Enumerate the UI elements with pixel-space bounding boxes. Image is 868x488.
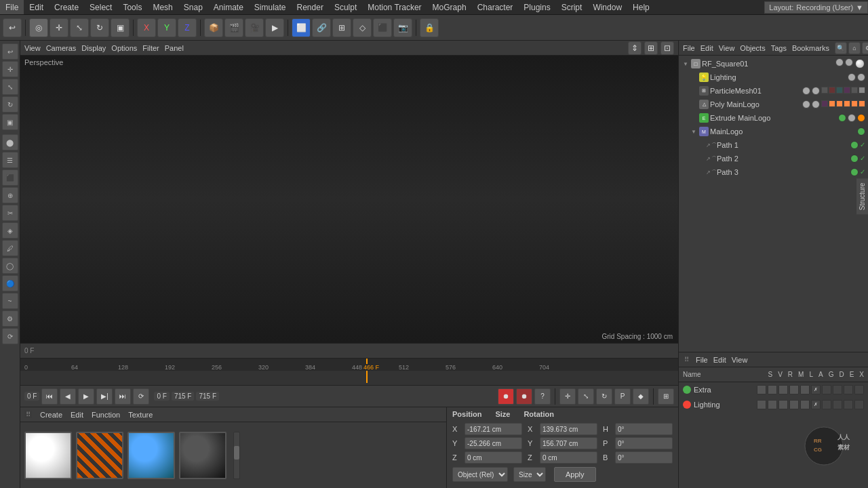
live-select-button[interactable]: ◎ [29, 18, 48, 37]
obj-row-lighting[interactable]: 💡 Lighting [679, 70, 868, 84]
menu-create[interactable]: Create [49, 0, 84, 14]
obj-row-polymainlogo[interactable]: △ Poly MainLogo [679, 98, 868, 111]
play-button[interactable]: ▶ [78, 388, 94, 405]
record-help-button[interactable]: ? [534, 388, 551, 405]
viewport[interactable]: Y X Perspective Grid Spacing : 1000 cm [20, 56, 678, 343]
size-x-input[interactable] [540, 423, 597, 435]
rot-b-input[interactable] [615, 451, 673, 464]
left-tool-9[interactable]: ⊕ [2, 187, 18, 203]
size-z-input[interactable] [540, 451, 597, 464]
left-tool-11[interactable]: ◈ [2, 222, 18, 239]
record-button[interactable]: ⏺ [498, 388, 514, 405]
expand-icon-poly[interactable] [690, 100, 698, 108]
rot-h-input[interactable] [615, 423, 673, 435]
mat-row-extra[interactable]: Extra ✗ [679, 382, 868, 397]
interactive-render-button[interactable]: ▶ [265, 18, 284, 37]
material-item-orange[interactable] [76, 432, 123, 479]
keyframe-button[interactable]: ◆ [633, 388, 649, 405]
obj-menu-view[interactable]: View [719, 44, 735, 52]
obj-menu-tags[interactable]: Tags [771, 44, 787, 52]
mat-extra-v[interactable] [768, 385, 777, 394]
mat-extra-d[interactable] [833, 385, 842, 394]
home-icon[interactable]: ⌂ [848, 42, 861, 54]
obj-row-path1[interactable]: ↗ ⌒ Path 1 ✓ [679, 138, 868, 152]
workplane-button[interactable]: ◇ [353, 18, 372, 37]
mat-mgr-view[interactable]: View [732, 356, 748, 364]
mat-extra-x[interactable] [854, 385, 864, 394]
quantize-button[interactable]: ⊞ [332, 18, 351, 37]
mat-extra-r[interactable] [778, 385, 788, 394]
left-tool-6[interactable]: ⬤ [2, 134, 18, 150]
z-axis-button[interactable]: Z [178, 18, 197, 37]
menu-script[interactable]: Script [556, 0, 588, 14]
obj-mode-button[interactable]: 📦 [204, 18, 223, 37]
menu-file[interactable]: File [0, 0, 24, 14]
layout-selector[interactable]: Layout: Recording (User) ▼ [764, 1, 868, 14]
obj-menu-file[interactable]: File [683, 44, 695, 52]
vp-menu-panel[interactable]: Panel [165, 44, 184, 52]
pos-key-button[interactable]: P [614, 388, 631, 405]
expand-icon-path1[interactable] [698, 141, 706, 149]
expand-icon-rfsquare[interactable]: ▼ [682, 60, 690, 68]
next-frame-button[interactable]: ▶| [96, 388, 113, 405]
ren-dot-poly[interactable] [812, 100, 820, 108]
undo-button[interactable]: ↩ [3, 18, 22, 37]
vp-icon-3[interactable]: ⊡ [660, 41, 674, 55]
left-tool-8[interactable]: ⬛ [2, 169, 18, 186]
material-item-white[interactable] [24, 432, 72, 479]
move-tool-button[interactable]: ✛ [50, 18, 68, 37]
menu-mesh[interactable]: Mesh [147, 0, 178, 14]
menu-motion-tracker[interactable]: Motion Tracker [362, 0, 427, 14]
left-tool-1[interactable]: ↩ [2, 43, 18, 60]
pos-x-input[interactable] [465, 423, 522, 435]
left-tool-13[interactable]: ◯ [2, 258, 18, 274]
select-tool-button[interactable]: ▣ [111, 18, 130, 37]
mat-lighting-e[interactable] [844, 400, 853, 409]
expand-icon-extrude[interactable] [690, 114, 698, 122]
apply-button[interactable]: Apply [554, 467, 596, 482]
obj-row-extrude[interactable]: E Extrude MainLogo [679, 111, 868, 125]
x-axis-button[interactable]: X [137, 18, 156, 37]
vp-menu-display[interactable]: Display [81, 44, 106, 52]
obj-row-rfsquare[interactable]: ▼ □ RF_Square01 [679, 57, 868, 70]
mat-lighting-x[interactable] [854, 400, 864, 409]
next-keyframe-button[interactable]: ⏭ [115, 388, 131, 405]
vp-menu-view[interactable]: View [24, 44, 41, 52]
mat-menu-function[interactable]: Function [92, 411, 120, 419]
menu-select[interactable]: Select [84, 0, 117, 14]
rotate-tool-button[interactable]: ↻ [90, 18, 109, 37]
vp-menu-filter[interactable]: Filter [142, 44, 159, 52]
menu-edit[interactable]: Edit [24, 0, 49, 14]
obj-menu-edit[interactable]: Edit [701, 44, 713, 52]
size-y-input[interactable] [540, 437, 597, 449]
mat-extra-s[interactable] [757, 385, 766, 394]
expand-icon-path2[interactable] [698, 155, 706, 163]
vis-dot-particle[interactable] [802, 87, 810, 95]
timeline-ruler[interactable]: 0 64 128 192 256 320 384 448 512 576 640… [20, 359, 678, 371]
mat-extra-e[interactable] [844, 385, 853, 394]
grid-button[interactable]: ⬛ [373, 18, 392, 37]
mat-lighting-m[interactable] [789, 400, 799, 409]
ren-dot-particle[interactable] [812, 87, 820, 95]
vp-menu-cameras[interactable]: Cameras [46, 44, 77, 52]
mat-mgr-file[interactable]: File [696, 356, 708, 364]
obj-row-particlemesh[interactable]: ⊞ ParticleMesh01 [679, 84, 868, 98]
prev-keyframe-button[interactable]: ⏮ [41, 388, 58, 405]
material-item-dark[interactable] [179, 432, 226, 479]
menu-render[interactable]: Render [292, 0, 329, 14]
scale-key-button[interactable]: ⤡ [578, 388, 594, 405]
settings-icon[interactable]: ⚙ [862, 42, 868, 54]
prev-frame-button[interactable]: ◀ [60, 388, 76, 405]
menu-character[interactable]: Character [472, 0, 519, 14]
menu-snap[interactable]: Snap [178, 0, 208, 14]
left-tool-5[interactable]: ▣ [2, 114, 18, 130]
menu-mograph[interactable]: MoGraph [427, 0, 472, 14]
menu-sculpt[interactable]: Sculpt [329, 0, 362, 14]
vis-dot-poly[interactable] [802, 100, 810, 108]
mat-lighting-a[interactable]: ✗ [811, 400, 821, 409]
expand-icon-mainlogo[interactable]: ▼ [690, 127, 698, 136]
mat-lighting-d[interactable] [833, 400, 842, 409]
mat-lighting-v[interactable] [768, 400, 777, 409]
vis-dot-lighting[interactable] [848, 73, 856, 81]
left-tool-7[interactable]: ☰ [2, 152, 18, 168]
